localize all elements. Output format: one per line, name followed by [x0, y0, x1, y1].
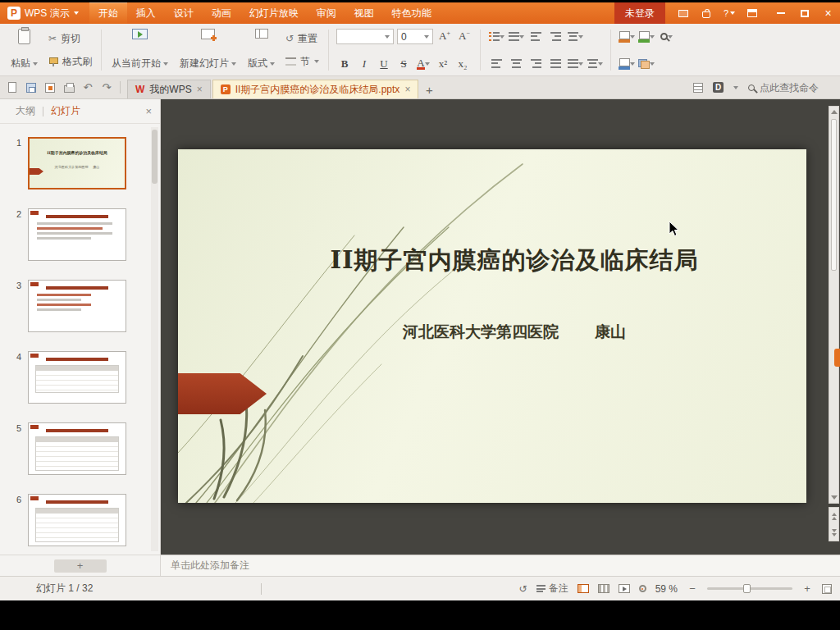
- more-tools-button[interactable]: [733, 86, 738, 89]
- zoom-slider[interactable]: [707, 587, 792, 590]
- scrollbar-thumb[interactable]: [831, 119, 837, 271]
- superscript-button[interactable]: x²: [435, 56, 451, 71]
- tab-document[interactable]: P II期子宫内膜癌的诊治及临床结局.pptx ×: [212, 80, 419, 98]
- panel-scrollbar-thumb[interactable]: [152, 130, 158, 184]
- scroll-down-button[interactable]: [829, 492, 838, 503]
- normal-view-button[interactable]: [578, 584, 589, 593]
- panel-scrollbar[interactable]: [151, 127, 158, 551]
- slide-thumbnail-5[interactable]: [28, 422, 126, 475]
- cut-button[interactable]: ✂剪切: [43, 31, 97, 47]
- close-tab-icon[interactable]: ×: [404, 84, 410, 94]
- shapes-button[interactable]: [619, 29, 635, 44]
- minimize-button[interactable]: [769, 2, 792, 24]
- tab-outline[interactable]: 大纲: [8, 104, 43, 118]
- slide-thumbnail-4[interactable]: [28, 351, 126, 404]
- vertical-scrollbar[interactable]: [829, 106, 839, 504]
- subscript-button[interactable]: x₂: [454, 56, 471, 71]
- slide-canvas-area[interactable]: II期子宫内膜癌的诊治及临床结局 河北医科大学第四医院康山: [161, 99, 840, 555]
- shape-fill-button[interactable]: [638, 29, 655, 44]
- search-input[interactable]: [760, 82, 832, 94]
- menu-tab-review[interactable]: 审阅: [308, 2, 345, 24]
- scroll-up-button[interactable]: [829, 107, 838, 117]
- ui-switch-button[interactable]: [742, 5, 762, 21]
- print-button[interactable]: [63, 82, 75, 94]
- output-button[interactable]: [44, 82, 56, 94]
- zoom-out-button[interactable]: −: [687, 582, 698, 595]
- message-icon[interactable]: [673, 5, 693, 21]
- new-slide-button[interactable]: 新建幻灯片: [174, 26, 242, 74]
- new-file-button[interactable]: [7, 82, 18, 94]
- docer-button[interactable]: D: [713, 82, 724, 93]
- menu-tab-features[interactable]: 特色功能: [383, 2, 441, 24]
- laser-pointer-button[interactable]: [639, 585, 646, 592]
- notes-placeholder[interactable]: 单击此处添加备注: [161, 555, 840, 576]
- zoom-in-button[interactable]: +: [801, 582, 813, 595]
- task-pane-handle[interactable]: [834, 349, 840, 367]
- font-size-combo[interactable]: 0: [397, 29, 433, 44]
- tab-my-wps[interactable]: W 我的WPS ×: [127, 80, 211, 98]
- bullets-button[interactable]: [488, 29, 504, 44]
- format-painter-button[interactable]: 格式刷: [43, 54, 97, 70]
- shop-icon[interactable]: [696, 5, 716, 21]
- app-logo[interactable]: P WPS 演示: [0, 2, 86, 24]
- close-panel-button[interactable]: ×: [145, 105, 152, 117]
- slide-thumbnail-1[interactable]: II期子宫内膜癌的诊治及临床结局 河北医科大学第四医院康山: [28, 137, 126, 189]
- bold-button[interactable]: B: [336, 56, 353, 71]
- font-color-button[interactable]: A: [415, 56, 431, 71]
- underline-button[interactable]: U: [376, 56, 392, 71]
- redo-button[interactable]: ↷: [101, 82, 112, 94]
- zoom-slider-handle[interactable]: [743, 584, 751, 593]
- arrange-button[interactable]: [638, 56, 655, 71]
- login-button[interactable]: 未登录: [614, 2, 665, 24]
- save-button[interactable]: [25, 82, 37, 94]
- close-tab-icon[interactable]: ×: [197, 84, 203, 94]
- shape-outline-button[interactable]: [619, 56, 635, 71]
- sync-button[interactable]: ↺: [519, 583, 527, 595]
- previous-slide-button[interactable]: [832, 513, 837, 520]
- find-button[interactable]: [658, 29, 674, 44]
- tab-slides[interactable]: 幻灯片: [43, 104, 88, 118]
- command-search[interactable]: [748, 82, 832, 94]
- menu-tab-home[interactable]: 开始: [89, 2, 127, 24]
- reset-button[interactable]: ↺重置: [281, 31, 324, 47]
- shrink-font-button[interactable]: A−: [456, 29, 472, 44]
- slide-thumbnail-3[interactable]: [28, 280, 126, 332]
- slide-thumbnail-2[interactable]: [28, 208, 126, 261]
- slide-title[interactable]: II期子宫内膜癌的诊治及临床结局: [235, 244, 793, 277]
- menu-tab-view[interactable]: 视图: [345, 2, 383, 24]
- strikethrough-button[interactable]: S: [395, 56, 412, 71]
- justify-button[interactable]: [547, 56, 564, 71]
- slide-subtitle[interactable]: 河北医科大学第四医院康山: [235, 322, 793, 343]
- maximize-button[interactable]: [792, 2, 816, 24]
- help-button[interactable]: ?: [719, 5, 739, 21]
- line-spacing-button[interactable]: [567, 56, 583, 71]
- grow-font-button[interactable]: A+: [436, 29, 453, 44]
- font-family-combo[interactable]: [336, 29, 394, 44]
- next-slide-button[interactable]: [832, 529, 837, 536]
- text-direction-button[interactable]: [567, 29, 583, 44]
- section-button[interactable]: 节: [281, 54, 324, 70]
- slide-thumbnail-6[interactable]: [28, 494, 126, 546]
- columns-button[interactable]: [587, 56, 603, 71]
- decrease-indent-button[interactable]: [527, 29, 544, 44]
- undo-button[interactable]: ↶: [82, 82, 94, 94]
- italic-button[interactable]: I: [356, 56, 372, 71]
- play-slideshow-button[interactable]: [619, 584, 630, 593]
- menu-tab-design[interactable]: 设计: [165, 2, 203, 24]
- menu-tab-insert[interactable]: 插入: [127, 2, 165, 24]
- tab-list-button[interactable]: [693, 83, 703, 93]
- notes-toggle[interactable]: 备注: [536, 582, 568, 596]
- close-button[interactable]: ×: [816, 2, 840, 24]
- menu-tab-slideshow[interactable]: 幻灯片放映: [240, 2, 308, 24]
- slide-sorter-button[interactable]: [598, 584, 609, 593]
- new-tab-button[interactable]: +: [420, 80, 438, 98]
- slide-canvas[interactable]: II期子宫内膜癌的诊治及临床结局 河北医科大学第四医院康山: [178, 149, 806, 503]
- layout-button[interactable]: 版式: [242, 26, 281, 74]
- align-right-button[interactable]: [527, 56, 544, 71]
- play-from-current-button[interactable]: 从当前开始: [106, 26, 174, 74]
- align-left-button[interactable]: [488, 56, 504, 71]
- menu-tab-animation[interactable]: 动画: [203, 2, 240, 24]
- align-center-button[interactable]: [508, 56, 524, 71]
- increase-indent-button[interactable]: [547, 29, 564, 44]
- numbering-button[interactable]: [508, 29, 524, 44]
